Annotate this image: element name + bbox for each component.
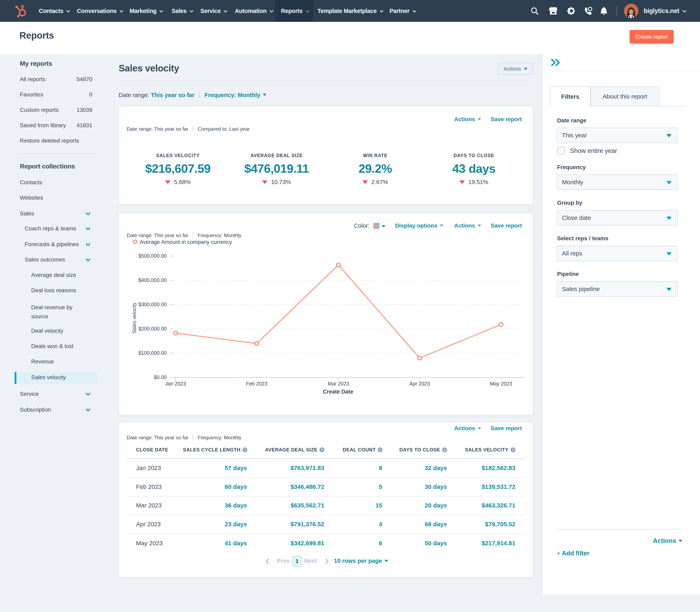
svg-text:$300,000.00: $300,000.00 <box>138 302 166 307</box>
svg-text:Sales velocity: Sales velocity <box>131 302 137 333</box>
svg-text:Feb 2023: Feb 2023 <box>246 381 267 387</box>
svg-text:$500,000.00: $500,000.00 <box>138 253 166 259</box>
svg-text:May 2023: May 2023 <box>490 381 512 387</box>
svg-text:$400,000.00: $400,000.00 <box>138 277 166 283</box>
svg-text:$0.00: $0.00 <box>154 374 166 380</box>
svg-text:$200,000.00: $200,000.00 <box>138 326 166 332</box>
svg-text:Mar 2023: Mar 2023 <box>328 381 349 387</box>
svg-text:Apr 2023: Apr 2023 <box>409 381 430 387</box>
svg-text:Create Date: Create Date <box>323 389 353 395</box>
svg-text:Jan 2023: Jan 2023 <box>165 381 186 387</box>
svg-text:$100,000.00: $100,000.00 <box>138 350 166 356</box>
